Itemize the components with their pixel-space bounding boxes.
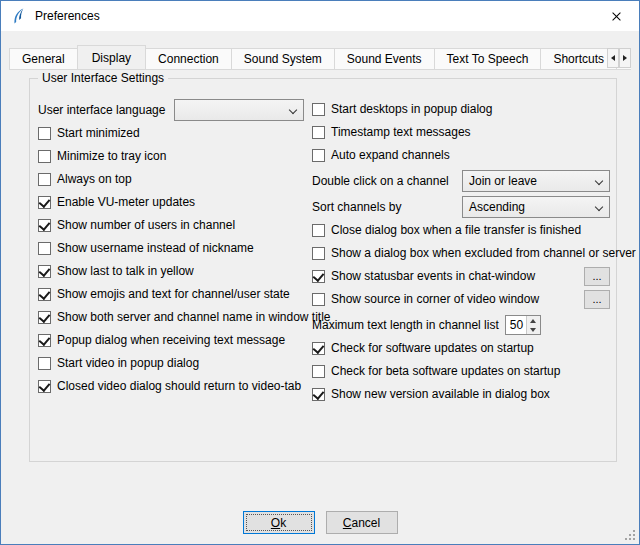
window-title: Preferences bbox=[35, 9, 100, 23]
close-icon bbox=[611, 11, 622, 22]
group-title: User Interface Settings bbox=[38, 71, 168, 85]
checkbox-show-user-count[interactable]: Show number of users in channel bbox=[38, 217, 304, 233]
max-text-length-row: Maximum text length in channel list 50 bbox=[312, 314, 610, 336]
checkbox-always-on-top[interactable]: Always on top bbox=[38, 171, 304, 187]
checkbox-box bbox=[312, 126, 325, 139]
checkbox-vu-meter[interactable]: Enable VU-meter updates bbox=[38, 194, 304, 210]
checkbox-closed-video-return-tab[interactable]: Closed video dialog should return to vid… bbox=[38, 378, 304, 394]
checkbox-box bbox=[38, 150, 51, 163]
spinner-up-icon[interactable] bbox=[527, 316, 540, 325]
max-text-length-value: 50 bbox=[506, 316, 526, 334]
user-interface-settings-group: User Interface Settings User interface l… bbox=[29, 78, 617, 462]
statusbar-events-label: Show statusbar events in chat-window bbox=[331, 269, 535, 283]
language-combo[interactable] bbox=[174, 99, 304, 121]
spinner-down-icon[interactable] bbox=[527, 325, 540, 334]
sort-channels-combo[interactable]: Ascending bbox=[462, 196, 610, 218]
double-click-label: Double click on a channel bbox=[312, 174, 449, 188]
checkbox-box bbox=[312, 103, 325, 116]
tab-connection[interactable]: Connection bbox=[145, 48, 232, 69]
cancel-button[interactable]: Cancel bbox=[326, 511, 398, 534]
checkbox-box[interactable] bbox=[312, 293, 325, 306]
checkbox-box bbox=[38, 219, 51, 232]
checkbox-popup-on-text-message[interactable]: Popup dialog when receiving text message bbox=[38, 332, 304, 348]
spinner-buttons bbox=[526, 316, 540, 334]
app-logo-icon bbox=[10, 8, 27, 25]
chevron-down-icon bbox=[595, 203, 603, 211]
chevron-down-icon bbox=[595, 177, 603, 185]
video-source-more-button[interactable]: ... bbox=[584, 290, 610, 309]
checkbox-box bbox=[38, 173, 51, 186]
checkbox-box bbox=[312, 342, 325, 355]
tab-display[interactable]: Display bbox=[77, 45, 146, 70]
statusbar-events-row: Show statusbar events in chat-window ... bbox=[312, 268, 610, 284]
checkbox-box bbox=[312, 388, 325, 401]
checkbox-check-beta-updates[interactable]: Check for beta software updates on start… bbox=[312, 363, 610, 379]
checkbox-timestamp-messages[interactable]: Timestamp text messages bbox=[312, 124, 610, 140]
tab-scroll-right-button[interactable] bbox=[619, 48, 631, 68]
checkbox-auto-expand-channels[interactable]: Auto expand channels bbox=[312, 147, 610, 163]
checkbox-box bbox=[312, 247, 325, 260]
ok-button[interactable]: Ok bbox=[243, 511, 315, 534]
tab-sound-events[interactable]: Sound Events bbox=[334, 48, 435, 69]
checkbox-emojis-text-state[interactable]: Show emojis and text for channel/user st… bbox=[38, 286, 304, 302]
checkbox-box bbox=[312, 224, 325, 237]
sort-channels-combo-value: Ascending bbox=[469, 200, 525, 214]
chevron-down-icon bbox=[289, 106, 297, 114]
checkbox-box bbox=[38, 357, 51, 370]
checkbox-box bbox=[312, 149, 325, 162]
checkbox-server-channel-in-title[interactable]: Show both server and channel name in win… bbox=[38, 309, 304, 325]
titlebar[interactable]: Preferences bbox=[1, 1, 639, 31]
checkbox-box bbox=[38, 242, 51, 255]
sort-channels-label: Sort channels by bbox=[312, 200, 401, 214]
checkbox-video-popup[interactable]: Start video in popup dialog bbox=[38, 355, 304, 371]
video-source-corner-label: Show source in corner of video window bbox=[331, 292, 539, 306]
checkbox-dialog-when-excluded[interactable]: Show a dialog box when excluded from cha… bbox=[312, 245, 610, 261]
double-click-combo-value: Join or leave bbox=[469, 174, 537, 188]
tab-text-to-speech[interactable]: Text To Speech bbox=[434, 48, 542, 69]
video-source-corner-row: Show source in corner of video window ..… bbox=[312, 291, 610, 307]
checkbox-check-updates[interactable]: Check for software updates on startup bbox=[312, 340, 610, 356]
checkbox-start-minimized[interactable]: Start minimized bbox=[38, 125, 304, 141]
tab-sound-system[interactable]: Sound System bbox=[231, 48, 335, 69]
checkbox-box bbox=[38, 196, 51, 209]
language-row: User interface language bbox=[38, 99, 304, 121]
arrow-left-icon bbox=[611, 55, 615, 61]
checkbox-box bbox=[38, 288, 51, 301]
resize-grip[interactable] bbox=[624, 529, 637, 542]
tab-bar: General Display Connection Sound System … bbox=[9, 44, 631, 70]
checkbox-box[interactable] bbox=[312, 270, 325, 283]
language-label: User interface language bbox=[38, 103, 165, 117]
tab-general[interactable]: General bbox=[9, 48, 78, 69]
checkbox-box bbox=[38, 380, 51, 393]
max-text-length-label: Maximum text length in channel list bbox=[312, 318, 499, 332]
checkbox-username-instead-nickname[interactable]: Show username instead of nickname bbox=[38, 240, 304, 256]
arrow-right-icon bbox=[623, 55, 627, 61]
checkbox-new-version-dialog[interactable]: Show new version available in dialog box bbox=[312, 386, 610, 402]
checkbox-close-on-transfer-finished[interactable]: Close dialog box when a file transfer is… bbox=[312, 222, 610, 238]
button-bar: Ok Cancel bbox=[1, 511, 639, 534]
double-click-combo[interactable]: Join or leave bbox=[462, 170, 610, 192]
checkbox-desktops-popup[interactable]: Start desktops in popup dialog bbox=[312, 101, 610, 117]
checkbox-box bbox=[312, 365, 325, 378]
double-click-row: Double click on a channel Join or leave bbox=[312, 170, 610, 192]
sort-channels-row: Sort channels by Ascending bbox=[312, 196, 610, 218]
checkbox-box bbox=[38, 311, 51, 324]
checkbox-box bbox=[38, 334, 51, 347]
tab-scroll-left-button[interactable] bbox=[607, 48, 619, 68]
max-text-length-spinner[interactable]: 50 bbox=[505, 315, 541, 335]
statusbar-events-more-button[interactable]: ... bbox=[584, 267, 610, 286]
checkbox-box bbox=[38, 127, 51, 140]
left-column: User interface language Start minimized … bbox=[38, 99, 304, 401]
preferences-window: Preferences General Display Connection S… bbox=[0, 0, 640, 545]
checkbox-minimize-to-tray[interactable]: Minimize to tray icon bbox=[38, 148, 304, 164]
tab-shortcuts[interactable]: Shortcuts bbox=[540, 48, 617, 69]
right-column: Start desktops in popup dialog Timestamp… bbox=[312, 101, 610, 409]
checkbox-box bbox=[38, 265, 51, 278]
close-button[interactable] bbox=[594, 1, 639, 31]
checkbox-last-to-talk-yellow[interactable]: Show last to talk in yellow bbox=[38, 263, 304, 279]
tab-scroll-control bbox=[607, 48, 631, 68]
